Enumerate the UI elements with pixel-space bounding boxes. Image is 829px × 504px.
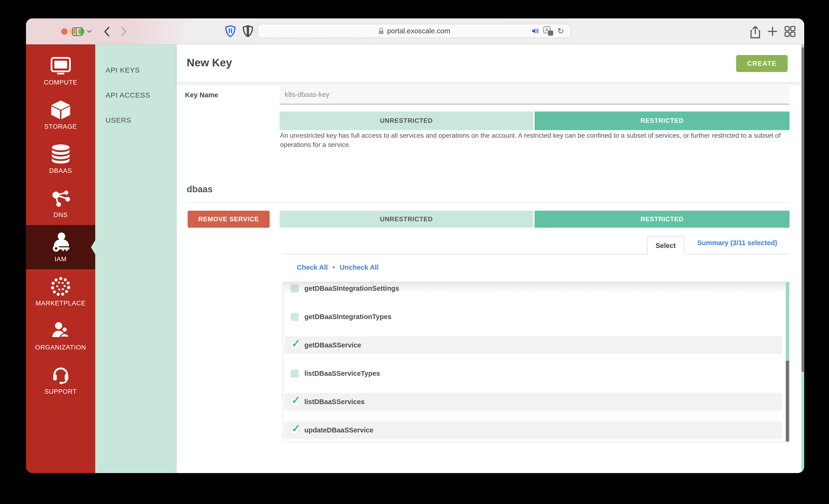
new-tab-plus-icon[interactable] — [767, 26, 778, 37]
checkbox-checked-icon[interactable]: ✓ — [291, 341, 299, 349]
tracking-shield-icon[interactable] — [225, 25, 236, 38]
sidebar-item-storage[interactable]: STORAGE — [26, 92, 95, 137]
sidebar-item-compute[interactable]: COMPUTE — [26, 48, 95, 92]
bulk-select-links: Check All • Uncheck All — [297, 264, 379, 271]
sidebar-item-dbaas[interactable]: DBAAS — [26, 137, 95, 181]
checkbox-unchecked-icon[interactable] — [291, 370, 299, 378]
restriction-description: An unrestricted key has full access to a… — [280, 131, 791, 149]
operation-row[interactable]: ✓ updateDBaaSService — [284, 421, 782, 439]
forward-arrow-icon[interactable] — [120, 27, 127, 37]
sidebar-item-support[interactable]: SUPPORT — [26, 357, 95, 402]
key-restriction-toggle: UNRESTRICTED RESTRICTED — [280, 112, 790, 130]
back-arrow-icon[interactable] — [103, 27, 110, 37]
tab-underline — [283, 254, 790, 255]
privacy-shield-icon[interactable] — [243, 25, 253, 38]
close-window-button[interactable] — [61, 28, 68, 35]
subnav-item-users[interactable]: USERS — [106, 115, 177, 125]
checkbox-unchecked-icon[interactable] — [291, 313, 299, 321]
page-header: New Key CREATE — [177, 44, 801, 83]
page-scrollbar-thumb[interactable] — [802, 47, 804, 372]
checkbox-checked-icon[interactable]: ✓ — [291, 426, 299, 434]
check-all-link[interactable]: Check All — [297, 264, 328, 271]
operation-row[interactable]: ✓ listDBaaSServices — [284, 393, 782, 411]
operation-row[interactable]: listDBaaSServiceTypes — [284, 365, 782, 382]
address-bar[interactable]: portal.exoscale.com A ↻ — [258, 24, 571, 38]
secondary-sidebar: API KEYS API ACCESS USERS — [95, 44, 177, 473]
page-title: New Key — [187, 56, 232, 69]
network-nodes-icon — [50, 187, 71, 209]
primary-sidebar: COMPUTE STORAGE — [26, 44, 95, 473]
service-unrestricted-option[interactable]: UNRESTRICTED — [280, 211, 533, 228]
service-restricted-option[interactable]: RESTRICTED — [535, 211, 790, 228]
sidebar-item-dns[interactable]: DNS — [26, 181, 95, 225]
chevron-down-icon[interactable] — [87, 30, 92, 33]
operation-row[interactable]: ✓ getDBaaSService — [284, 336, 782, 354]
operations-list: getDBaaSIntegrationSettings getDBaaSInte… — [283, 282, 790, 442]
desktop-background: portal.exoscale.com A ↻ — [0, 0, 829, 504]
tab-select[interactable]: Select — [647, 236, 684, 255]
tab-summary[interactable]: Summary (3/11 selected) — [685, 239, 790, 247]
url-text: portal.exoscale.com — [387, 27, 450, 35]
create-button[interactable]: CREATE — [736, 55, 788, 72]
browser-window: portal.exoscale.com A ↻ — [26, 18, 804, 473]
operation-row[interactable]: getDBaaSIntegrationTypes — [284, 308, 782, 326]
sidebar-item-organization[interactable]: ORGANIZATION — [26, 313, 95, 357]
list-scrollbar-track[interactable] — [786, 282, 789, 442]
service-name-heading: dbaas — [187, 184, 213, 194]
uncheck-all-link[interactable]: Uncheck All — [339, 264, 379, 271]
translate-icon[interactable]: A — [543, 26, 553, 36]
people-icon — [51, 320, 71, 342]
key-name-input[interactable] — [280, 85, 790, 105]
restricted-option[interactable]: RESTRICTED — [535, 112, 790, 130]
sidebar-item-iam[interactable]: IAM — [26, 225, 95, 269]
main-content: New Key CREATE Key Name UNRESTRICTED RES… — [177, 44, 804, 473]
sidebar-toggle-icon[interactable] — [72, 27, 83, 36]
share-icon[interactable] — [750, 26, 761, 39]
unrestricted-option[interactable]: UNRESTRICTED — [280, 112, 533, 130]
page-scrollbar-track[interactable] — [801, 44, 804, 473]
user-key-icon — [50, 231, 71, 253]
operation-row[interactable]: getDBaaSIntegrationSettings — [284, 282, 782, 297]
monitor-icon — [50, 55, 71, 77]
headset-icon — [51, 364, 71, 386]
audio-speaker-icon[interactable] — [531, 27, 539, 35]
padlock-icon — [378, 27, 384, 35]
service-restriction-toggle: UNRESTRICTED RESTRICTED — [280, 211, 790, 228]
key-name-label: Key Name — [185, 91, 218, 99]
remove-service-button[interactable]: REMOVE SERVICE — [188, 211, 269, 228]
reload-icon[interactable]: ↻ — [557, 26, 564, 36]
sidebar-item-marketplace[interactable]: MARKETPLACE — [26, 269, 95, 313]
browser-toolbar: portal.exoscale.com A ↻ — [26, 18, 804, 44]
checkbox-unchecked-icon[interactable] — [291, 284, 299, 293]
service-divider — [187, 202, 790, 203]
dot-burst-icon — [50, 276, 71, 297]
database-icon — [51, 143, 70, 165]
page-body: COMPUTE STORAGE — [26, 44, 804, 473]
subnav-item-api-keys[interactable]: API KEYS — [106, 65, 177, 75]
subnav-item-api-access[interactable]: API ACCESS — [106, 90, 177, 100]
checkbox-checked-icon[interactable]: ✓ — [291, 398, 299, 406]
link-separator: • — [332, 264, 335, 271]
cube-icon — [50, 99, 72, 121]
list-scrollbar-thumb[interactable] — [786, 361, 789, 441]
tab-overview-icon[interactable] — [784, 26, 796, 37]
